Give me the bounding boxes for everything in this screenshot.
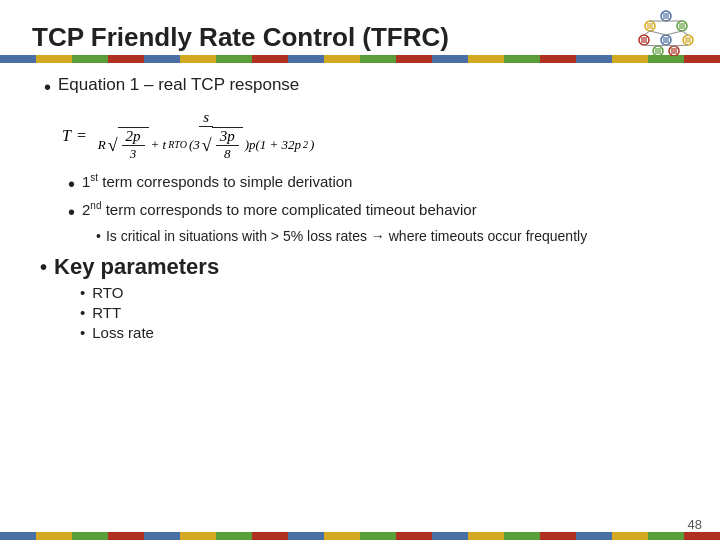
sub-bullet-dot-2: • [68,200,75,224]
bullet-1-text: Equation 1 – real TCP response [58,75,299,95]
svg-line-11 [650,31,666,35]
sub-bullet-2-text: 2nd term corresponds to more complicated… [82,200,477,218]
equation-fraction: s R √ 2p 3 + t [94,109,319,162]
svg-rect-23 [685,37,691,43]
top-bar [0,55,720,63]
svg-line-12 [666,31,682,35]
bullet-2-text: Key parameters [54,254,219,280]
svg-rect-20 [679,23,685,29]
sub-bullets: • 1st term corresponds to simple derivat… [68,172,688,244]
sub-sub-bullet-1: • Is critical in situations with > 5% lo… [96,228,688,244]
key-item-loss-text: Loss rate [92,324,154,341]
svg-rect-25 [671,48,677,54]
sub-bullet-1: • 1st term corresponds to simple derivat… [68,172,688,196]
sub-bullet-1-text: 1st term corresponds to simple derivatio… [82,172,352,190]
svg-rect-19 [647,23,653,29]
svg-rect-22 [663,37,669,43]
svg-rect-21 [641,37,647,43]
svg-rect-18 [663,13,669,19]
key-item-rto: • RTO [80,284,688,301]
bullet-dot-1: • [44,75,51,99]
slide-title: TCP Friendly Rate Control (TFRC) [32,22,688,53]
bullet-dot-2: • [40,255,47,279]
slide: TCP Friendly Rate Control (TFRC) • Equat… [0,0,720,540]
logo-icon [630,8,702,56]
key-item-rto-text: RTO [92,284,123,301]
bullet-2: • Key parameters [40,254,688,280]
sub-bullet-2: • 2nd term corresponds to more complicat… [68,200,688,224]
slide-content: • Equation 1 – real TCP response T = s R… [32,75,688,341]
bottom-bar [0,532,720,540]
svg-line-14 [644,45,658,46]
svg-line-13 [682,31,688,35]
svg-rect-24 [655,48,661,54]
svg-line-16 [666,45,674,46]
sub-bullet-dot-1: • [68,172,75,196]
svg-line-17 [674,45,688,46]
page-number: 48 [688,517,702,532]
sub-sub-bullets: • Is critical in situations with > 5% lo… [96,228,688,244]
svg-line-10 [644,31,650,35]
key-item-rtt-text: RTT [92,304,121,321]
key-item-loss: • Loss rate [80,324,688,341]
key-sub-items: • RTO • RTT • Loss rate [80,284,688,341]
key-item-rtt: • RTT [80,304,688,321]
equation-line: T = s R √ 2p 3 [62,109,688,162]
sub-sub-bullet-1-text: Is critical in situations with > 5% loss… [106,228,587,244]
bullet-1: • Equation 1 – real TCP response [44,75,688,99]
svg-line-15 [658,45,666,46]
equation-block: T = s R √ 2p 3 [62,109,688,162]
